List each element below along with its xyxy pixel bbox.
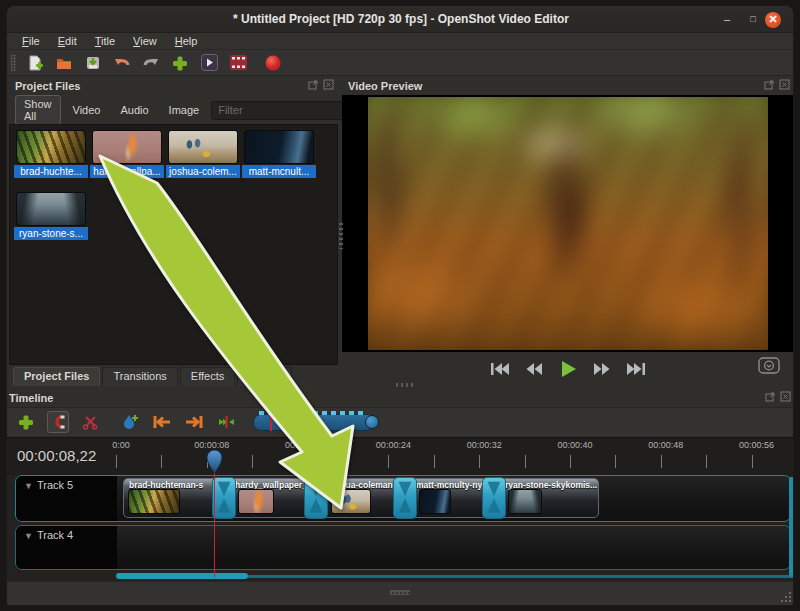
close-panel-icon[interactable] bbox=[780, 391, 791, 402]
transition-2[interactable] bbox=[304, 477, 328, 519]
ruler-tick bbox=[706, 455, 707, 468]
new-project-icon[interactable] bbox=[25, 53, 45, 73]
playhead-marker[interactable] bbox=[206, 449, 223, 474]
menu-view[interactable]: View bbox=[126, 34, 164, 48]
clip-ryan[interactable]: ryan-stone-skykomis... bbox=[499, 478, 599, 518]
ruler-tick bbox=[434, 455, 435, 468]
import-files-icon[interactable] bbox=[170, 53, 190, 73]
file-thumbnail[interactable] bbox=[16, 130, 86, 164]
playhead-line bbox=[214, 467, 216, 578]
ruler-tick bbox=[525, 455, 526, 468]
zoom-slider-handle[interactable] bbox=[365, 415, 379, 429]
file-item-ryan[interactable]: ryan-stone-s... bbox=[14, 192, 88, 240]
clip-thumbnail bbox=[419, 489, 451, 514]
filter-video[interactable]: Video bbox=[65, 102, 109, 118]
rewind-icon[interactable] bbox=[523, 361, 545, 377]
statusbar-grip[interactable] bbox=[390, 590, 410, 595]
menu-file[interactable]: File bbox=[15, 34, 47, 48]
center-playhead-icon[interactable] bbox=[215, 411, 237, 433]
ruler-label: 00:00:48 bbox=[648, 440, 683, 450]
timeline-tracks: ▼ Track 5 brad-huchteman-s hardy_wallpap… bbox=[7, 475, 794, 581]
clip-thumbnail bbox=[128, 489, 180, 514]
file-thumbnail[interactable] bbox=[16, 192, 86, 226]
jump-start-icon[interactable] bbox=[489, 361, 511, 377]
close-panel-icon[interactable] bbox=[323, 79, 334, 90]
file-thumbnail[interactable] bbox=[168, 130, 238, 164]
open-project-icon[interactable] bbox=[54, 53, 74, 73]
float-panel-icon[interactable] bbox=[308, 79, 319, 90]
playback-controls bbox=[342, 354, 794, 384]
track-5-header[interactable]: ▼ Track 5 bbox=[16, 476, 117, 521]
clip-matt[interactable]: matt-mcnulty-nyc- bbox=[410, 478, 489, 518]
export-video-icon[interactable] bbox=[228, 53, 248, 73]
file-item-brad[interactable]: brad-huchte... bbox=[14, 130, 88, 178]
timeline-ruler[interactable]: 00:00:08,22 0:0000:00:0800:00:1600:00:24… bbox=[7, 437, 794, 475]
timeline-vscrollbar[interactable] bbox=[789, 477, 794, 577]
zoom-slider-clip-marks bbox=[259, 411, 363, 415]
filter-show-all[interactable]: Show All bbox=[15, 95, 61, 125]
float-panel-icon[interactable] bbox=[765, 391, 776, 402]
snap-icon[interactable] bbox=[47, 411, 69, 433]
track-4-header[interactable]: ▼ Track 4 bbox=[16, 526, 117, 569]
toolbar-drag-handle[interactable] bbox=[11, 55, 16, 71]
timeline-hscrollbar-track[interactable] bbox=[248, 575, 793, 578]
transition-4[interactable] bbox=[482, 477, 506, 519]
razor-icon[interactable] bbox=[79, 411, 101, 433]
chevron-down-icon[interactable]: ▼ bbox=[24, 531, 33, 569]
clip-brad[interactable]: brad-huchteman-s bbox=[123, 478, 223, 518]
track-row-4[interactable]: ▼ Track 4 bbox=[15, 525, 791, 570]
minimize-button[interactable]: – bbox=[719, 12, 735, 28]
float-panel-icon[interactable] bbox=[764, 79, 775, 90]
tab-emojis[interactable]: Emojis bbox=[237, 367, 292, 386]
timeline-hscrollbar-thumb[interactable] bbox=[116, 573, 248, 579]
add-marker-icon[interactable] bbox=[119, 411, 141, 433]
clip-joshua[interactable]: joshua-coleman-s bbox=[322, 478, 399, 518]
tab-transitions[interactable]: Transitions bbox=[102, 367, 177, 386]
clip-hardy[interactable]: hardy_wallpaper_ bbox=[229, 478, 310, 518]
vertical-splitter[interactable] bbox=[339, 223, 343, 249]
undo-icon[interactable] bbox=[112, 53, 132, 73]
transition-1[interactable] bbox=[212, 477, 236, 519]
record-icon[interactable] bbox=[263, 53, 283, 73]
file-item-matt[interactable]: matt-mcnult... bbox=[242, 130, 316, 178]
choose-profile-icon[interactable] bbox=[199, 53, 219, 73]
window-resize-grip[interactable] bbox=[779, 591, 792, 604]
file-item-hardy[interactable]: hardy_wallpa... bbox=[90, 130, 164, 178]
filter-image[interactable]: Image bbox=[161, 102, 208, 118]
title-bar[interactable]: * Untitled Project [HD 720p 30 fps] - Op… bbox=[7, 6, 794, 33]
menu-edit[interactable]: Edit bbox=[51, 34, 84, 48]
maximize-button[interactable]: □ bbox=[745, 12, 761, 28]
tab-project-files[interactable]: Project Files bbox=[13, 367, 100, 386]
timeline-zoom-slider[interactable] bbox=[253, 411, 379, 433]
redo-icon[interactable] bbox=[141, 53, 161, 73]
transition-3[interactable] bbox=[393, 477, 417, 519]
chevron-down-icon[interactable]: ▼ bbox=[24, 481, 33, 521]
file-thumbnail[interactable] bbox=[244, 130, 314, 164]
play-icon[interactable] bbox=[557, 361, 579, 377]
save-project-icon[interactable] bbox=[83, 53, 103, 73]
project-files-panel: Project Files Show All Video Audio Image… bbox=[9, 76, 338, 385]
menu-help[interactable]: Help bbox=[168, 34, 205, 48]
filter-audio[interactable]: Audio bbox=[112, 102, 156, 118]
next-marker-icon[interactable] bbox=[183, 411, 205, 433]
add-track-icon[interactable] bbox=[15, 411, 37, 433]
track-row-5[interactable]: ▼ Track 5 brad-huchteman-s hardy_wallpap… bbox=[15, 475, 791, 522]
previous-marker-icon[interactable] bbox=[151, 411, 173, 433]
tab-effects[interactable]: Effects bbox=[180, 367, 235, 386]
menu-title[interactable]: Title bbox=[88, 34, 122, 48]
file-thumbnail[interactable] bbox=[92, 130, 162, 164]
ruler-tick bbox=[570, 455, 571, 468]
video-preview-header: Video Preview bbox=[342, 76, 794, 95]
file-item-joshua[interactable]: joshua-colem... bbox=[166, 130, 240, 178]
jump-end-icon[interactable] bbox=[625, 361, 647, 377]
horizontal-splitter[interactable] bbox=[396, 383, 416, 387]
project-files-header: Project Files bbox=[9, 76, 338, 95]
close-panel-icon[interactable] bbox=[779, 79, 790, 90]
dock-tabs: Project Files Transitions Effects Emojis bbox=[13, 367, 292, 386]
files-grid: brad-huchte... hardy_wallpa... joshua-co… bbox=[9, 124, 338, 365]
video-preview-panel: Video Preview bbox=[342, 76, 794, 385]
save-frame-icon[interactable] bbox=[758, 357, 780, 378]
close-button[interactable]: ✕ bbox=[765, 12, 781, 28]
fast-forward-icon[interactable] bbox=[591, 361, 613, 377]
file-filter-row: Show All Video Audio Image bbox=[15, 99, 333, 121]
